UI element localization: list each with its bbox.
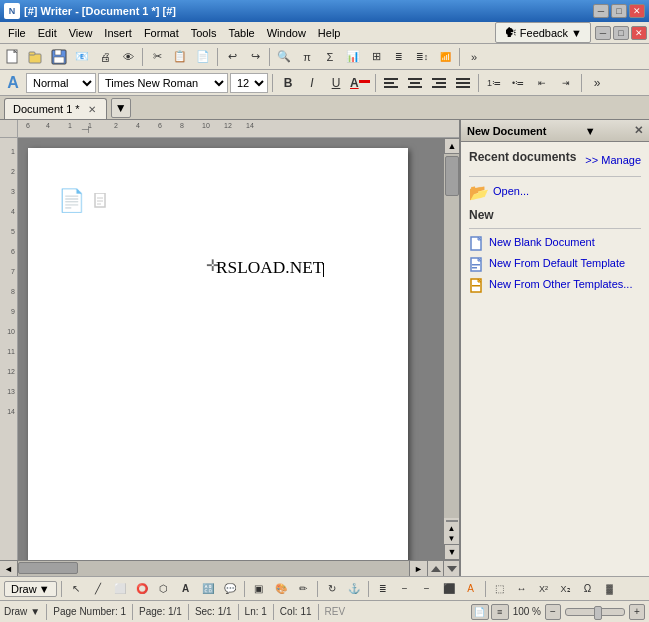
font-select[interactable]: Times New Roman [98, 73, 228, 93]
font-color-button[interactable]: A [349, 72, 371, 94]
save-btn[interactable] [48, 46, 70, 68]
decrease-indent-button[interactable]: ⇤ [531, 72, 553, 94]
print-btn[interactable]: 🖨 [94, 46, 116, 68]
horizontal-scrollbar[interactable]: ◄ ► [0, 560, 459, 576]
scroll-corner-down[interactable] [443, 561, 459, 577]
open-item[interactable]: 📂 Open... [469, 183, 641, 202]
panel-maximize-button[interactable]: □ [613, 26, 629, 40]
line-color-btn[interactable]: ✏ [293, 579, 313, 599]
preview-btn[interactable]: 👁 [117, 46, 139, 68]
rect-tool[interactable]: ⬜ [110, 579, 130, 599]
text-tool[interactable]: A [176, 579, 196, 599]
border-btn[interactable]: ⬚ [490, 579, 510, 599]
justify-button[interactable] [452, 72, 474, 94]
tab-stop-marker[interactable]: ⊣ [81, 124, 90, 135]
fontwork-tool[interactable]: 🔠 [198, 579, 218, 599]
undo-btn[interactable]: ↩ [221, 46, 243, 68]
more-btn[interactable]: » [463, 46, 485, 68]
new-blank-item[interactable]: New Blank Document [469, 235, 641, 252]
scroll-corner-up[interactable] [427, 561, 443, 577]
shadow-tool[interactable]: ▣ [249, 579, 269, 599]
align-right-button[interactable] [428, 72, 450, 94]
superscript-btn[interactable]: X² [534, 579, 554, 599]
vertical-scrollbar[interactable]: ▲ ▲ ▼ ▼ [443, 138, 459, 560]
document-content[interactable]: 📄 ✛ [88, 188, 368, 560]
page-view-btn[interactable]: 📄 [471, 604, 489, 620]
document-scroll-area[interactable]: 📄 ✛ [18, 138, 443, 560]
sum-btn[interactable]: Σ [319, 46, 341, 68]
line-tool[interactable]: ╱ [88, 579, 108, 599]
scroll-left-button[interactable]: ◄ [0, 561, 18, 577]
menu-tools[interactable]: Tools [185, 25, 223, 41]
special-2[interactable]: ≣ [388, 46, 410, 68]
highlight-btn[interactable]: A [461, 579, 481, 599]
draw-dropdown-button[interactable]: Draw ▼ [4, 581, 57, 597]
scroll-track[interactable] [444, 154, 459, 518]
new-doc-btn[interactable] [2, 46, 24, 68]
zoom-slider[interactable] [565, 608, 625, 616]
document-tab[interactable]: Document 1 * ✕ [4, 98, 107, 119]
align-left-button[interactable] [380, 72, 402, 94]
textbox-btn[interactable]: ⬛ [439, 579, 459, 599]
more-formatting-button[interactable]: » [586, 72, 608, 94]
scroll-down-button[interactable]: ▼ [444, 544, 459, 560]
underline-button[interactable]: U [325, 72, 347, 94]
close-button[interactable]: ✕ [629, 4, 645, 18]
zoom-slider-thumb[interactable] [594, 606, 602, 620]
arrow-tool[interactable]: ↖ [66, 579, 86, 599]
menu-view[interactable]: View [63, 25, 99, 41]
prev-page-btn[interactable]: ▲ [448, 524, 456, 532]
minimize-button[interactable]: ─ [593, 4, 609, 18]
open-btn[interactable] [25, 46, 47, 68]
document-tab-close[interactable]: ✕ [86, 103, 98, 116]
manage-link[interactable]: >> Manage [585, 154, 641, 166]
menu-table[interactable]: Table [222, 25, 260, 41]
redo-btn[interactable]: ↪ [244, 46, 266, 68]
new-other-template-label[interactable]: New From Other Templates... [489, 277, 632, 291]
new-default-template-item[interactable]: New From Default Template [469, 256, 641, 273]
find-btn[interactable]: 🔍 [273, 46, 295, 68]
menu-window[interactable]: Window [261, 25, 312, 41]
zoom-in-button[interactable]: + [629, 604, 645, 620]
numbered-list-button[interactable]: 1≔ [483, 72, 505, 94]
h-scroll-thumb[interactable] [18, 562, 78, 574]
ellipse-tool[interactable]: ⭕ [132, 579, 152, 599]
new-other-template-item[interactable]: New From Other Templates... [469, 277, 641, 294]
bold-button[interactable]: B [277, 72, 299, 94]
align-center-button[interactable] [404, 72, 426, 94]
panel-close-button[interactable]: ✕ [631, 26, 647, 40]
feedback-button[interactable]: 🗣 Feedback ▼ [495, 22, 591, 43]
formula-btn[interactable]: π [296, 46, 318, 68]
color-fill-btn[interactable]: 🎨 [271, 579, 291, 599]
special-1[interactable]: ⊞ [365, 46, 387, 68]
new-default-template-label[interactable]: New From Default Template [489, 256, 625, 270]
new-tab-button[interactable]: ▼ [111, 98, 131, 118]
bullet-list-button[interactable]: •≔ [507, 72, 529, 94]
poly-tool[interactable]: ⬡ [154, 579, 174, 599]
minus-btn-2[interactable]: − [417, 579, 437, 599]
charmap-btn[interactable]: Ω [578, 579, 598, 599]
list-view-btn[interactable]: ≡ [491, 604, 509, 620]
font-size-select[interactable]: 12 [230, 73, 268, 93]
menu-help[interactable]: Help [312, 25, 347, 41]
minus-btn-1[interactable]: − [395, 579, 415, 599]
open-link[interactable]: Open... [493, 185, 529, 197]
increase-indent-button[interactable]: ⇥ [555, 72, 577, 94]
menu-format[interactable]: Format [138, 25, 185, 41]
italic-button[interactable]: I [301, 72, 323, 94]
scroll-thumb[interactable] [445, 156, 459, 196]
taborder-btn[interactable]: ≣ [373, 579, 393, 599]
menu-insert[interactable]: Insert [98, 25, 138, 41]
copy-btn[interactable]: 📋 [169, 46, 191, 68]
menu-edit[interactable]: Edit [32, 25, 63, 41]
special-4[interactable]: 📶 [434, 46, 456, 68]
h-scroll-track[interactable] [18, 561, 409, 576]
char-spacing-btn[interactable]: ↔ [512, 579, 532, 599]
document-text[interactable]: RSLOAD.NET [216, 258, 324, 278]
scroll-up-button[interactable]: ▲ [444, 138, 459, 154]
color2-btn[interactable]: ▓ [600, 579, 620, 599]
new-blank-label[interactable]: New Blank Document [489, 235, 595, 249]
subscript-btn[interactable]: X₂ [556, 579, 576, 599]
maximize-button[interactable]: □ [611, 4, 627, 18]
anchor-tool[interactable]: ⚓ [344, 579, 364, 599]
